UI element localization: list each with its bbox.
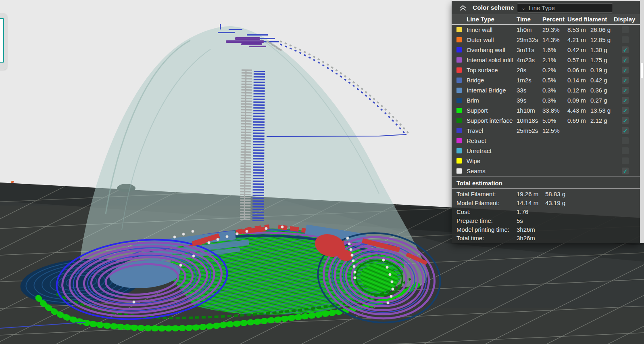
- time-value: 1h0m: [517, 26, 542, 33]
- line-type-swatch: [456, 138, 462, 143]
- dropdown-value: Line Type: [529, 4, 555, 11]
- total-value: 3h26m: [517, 235, 545, 241]
- used-weight-value: 1.30 g: [590, 46, 614, 53]
- display-checkbox[interactable]: ✓: [622, 157, 629, 164]
- used-length-value: 4.43 m: [567, 107, 590, 114]
- total-row: Prepare time: 5s: [452, 216, 640, 225]
- used-weight-value: 1.75 g: [590, 57, 614, 63]
- line-type-label: Unretract: [467, 147, 517, 154]
- col-percent: Percent: [542, 16, 567, 23]
- used-weight-value: 26.06 g: [590, 26, 614, 33]
- line-type-swatch: [456, 158, 462, 164]
- table-row: Internal Bridge 33s 0.3% 0.12 m 0.36 g ✓: [452, 85, 640, 95]
- line-type-swatch: [456, 148, 462, 153]
- line-type-label: Internal solid infill: [467, 57, 517, 63]
- time-value: 4m23s: [517, 57, 542, 63]
- total-row: Total time: 3h26m: [452, 234, 640, 243]
- time-value: 28s: [517, 67, 542, 73]
- col-line-type: Line Type: [467, 16, 517, 23]
- total-label: Prepare time:: [456, 217, 517, 224]
- display-checkbox[interactable]: ✓: [622, 127, 629, 134]
- line-type-label: Brim: [467, 97, 517, 104]
- filament-card[interactable]: [0, 13, 7, 70]
- line-type-label: Support interface: [467, 117, 517, 124]
- color-scheme-dropdown[interactable]: ⌄ Line Type: [517, 3, 613, 13]
- total-estimation-title: Total estimation: [452, 178, 640, 188]
- time-value: 3m11s: [517, 46, 542, 53]
- table-row: Unretract ✓: [452, 146, 640, 156]
- percent-value: 12.5%: [542, 127, 567, 134]
- color-scheme-panel: Color scheme ⌄ Line Type Line Type Time …: [452, 1, 640, 243]
- percent-value: 0.5%: [542, 77, 567, 84]
- table-row: Wipe ✓: [452, 156, 640, 166]
- display-checkbox[interactable]: ✓: [622, 97, 629, 104]
- used-length-value: 0.06 m: [567, 67, 590, 73]
- total-value: 3h26m: [517, 226, 545, 233]
- line-type-swatch: [456, 47, 462, 52]
- col-time: Time: [517, 16, 542, 23]
- display-checkbox[interactable]: ✓: [622, 46, 629, 53]
- line-type-swatch: [456, 78, 462, 83]
- display-checkbox[interactable]: ✓: [622, 36, 629, 43]
- table-row: Brim 39s 0.3% 0.09 m 0.27 g ✓: [452, 95, 640, 105]
- scrollbar-thumb[interactable]: [641, 63, 643, 78]
- used-length-value: 0.12 m: [567, 87, 590, 94]
- display-checkbox[interactable]: ✓: [622, 117, 629, 124]
- table-row: Seams ✓: [452, 166, 640, 176]
- time-value: 39s: [517, 97, 542, 104]
- line-type-swatch: [456, 57, 462, 63]
- display-checkbox[interactable]: ✓: [622, 137, 629, 144]
- display-checkbox[interactable]: ✓: [622, 168, 629, 174]
- line-type-label: Outer wall: [467, 36, 517, 43]
- col-used-filament: Used filament: [567, 16, 614, 23]
- display-checkbox[interactable]: ✓: [622, 147, 629, 154]
- display-checkbox[interactable]: ✓: [622, 57, 629, 63]
- table-row: Bridge 1m2s 0.5% 0.14 m 0.42 g ✓: [452, 75, 640, 85]
- section-divider: [452, 176, 640, 176]
- scrollbar-track[interactable]: [640, 0, 644, 243]
- line-type-label: Retract: [467, 137, 517, 144]
- total-estimation: Total Filament: 19.26 m 58.83 g Model Fi…: [452, 189, 640, 243]
- table-row: Internal solid infill 4m23s 2.1% 0.57 m …: [452, 55, 640, 65]
- used-length-value: 0.09 m: [567, 97, 590, 104]
- total-row: Cost: 1.76: [452, 208, 640, 216]
- used-weight-value: 0.19 g: [590, 67, 614, 73]
- display-checkbox[interactable]: ✓: [622, 67, 629, 73]
- line-type-label: Seams: [467, 168, 517, 174]
- time-value: 10m18s: [517, 117, 542, 124]
- total-value-2: 43.19 g: [545, 199, 640, 206]
- line-type-label: Bridge: [467, 77, 517, 84]
- table-row: Travel 25m52s 12.5% ✓: [452, 126, 640, 136]
- line-type-swatch: [456, 128, 462, 133]
- filament-slot: [0, 18, 4, 63]
- percent-value: 2.1%: [542, 57, 567, 63]
- section-divider: [452, 188, 640, 189]
- percent-value: 29.3%: [542, 26, 567, 33]
- percent-value: 0.3%: [542, 97, 567, 104]
- display-checkbox[interactable]: ✓: [622, 77, 629, 84]
- display-checkbox[interactable]: ✓: [622, 26, 629, 33]
- col-display: Display: [614, 16, 640, 23]
- line-type-swatch: [456, 118, 462, 123]
- total-value-2: 58.83 g: [545, 191, 640, 197]
- total-value: 14.14 m: [517, 199, 545, 206]
- time-value: 25m52s: [517, 127, 542, 134]
- line-type-swatch: [456, 37, 462, 42]
- used-weight-value: 13.53 g: [590, 107, 614, 114]
- total-label: Total time:: [456, 235, 517, 241]
- used-weight-value: 12.85 g: [590, 36, 614, 43]
- used-length-value: 0.14 m: [567, 77, 590, 84]
- total-label: Model Filament:: [456, 199, 517, 206]
- total-label: Cost:: [456, 208, 517, 215]
- used-weight-value: 0.27 g: [590, 97, 614, 104]
- chevron-down-icon: ⌄: [521, 6, 525, 10]
- line-type-label: Inner wall: [467, 26, 517, 33]
- collapse-icon[interactable]: [459, 4, 467, 11]
- display-checkbox[interactable]: ✓: [622, 87, 629, 94]
- line-type-label: Travel: [467, 127, 517, 134]
- display-checkbox[interactable]: ✓: [622, 107, 629, 114]
- line-type-label: Wipe: [467, 157, 517, 164]
- total-label: Model printing time:: [456, 226, 517, 233]
- total-value: 5s: [517, 217, 545, 224]
- line-type-label: Overhang wall: [467, 46, 517, 53]
